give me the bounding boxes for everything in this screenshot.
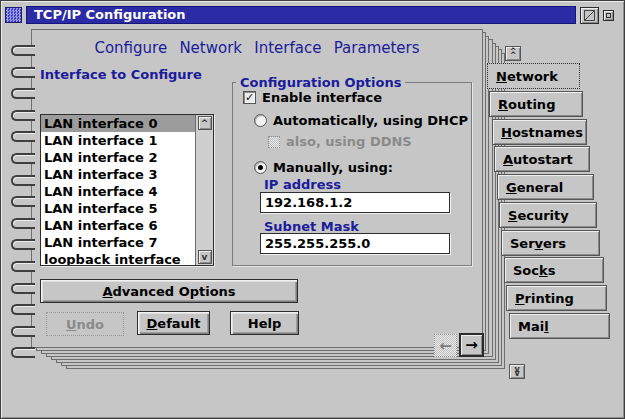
interface-list-label: Interface to Configure xyxy=(40,67,202,82)
notebook-page-network: Configure Network Interface Parameters I… xyxy=(31,29,483,348)
binding-ring xyxy=(11,239,35,250)
group-label: Configuration Options xyxy=(236,75,405,90)
arrow-right-icon: → xyxy=(465,336,478,354)
enable-interface-label: Enable interface xyxy=(262,90,382,105)
advanced-options-button[interactable]: Advanced Options xyxy=(40,279,298,303)
dhcp-radio[interactable] xyxy=(254,114,267,127)
list-item[interactable]: LAN interface 1 xyxy=(41,132,195,149)
minimize-icon xyxy=(606,13,611,18)
interface-list-items: LAN interface 0LAN interface 1LAN interf… xyxy=(41,115,195,265)
radio-dot-icon xyxy=(258,165,263,170)
titlebar: TCP/IP Configuration xyxy=(5,5,620,25)
tab-routing[interactable]: Routing xyxy=(489,91,583,117)
tab-hostnames[interactable]: Hostnames xyxy=(492,119,587,145)
binding-ring xyxy=(11,196,35,207)
tab-network[interactable]: Network xyxy=(487,63,580,89)
binding-ring xyxy=(11,131,35,142)
tab-servers[interactable]: Servers xyxy=(501,230,600,256)
ddns-label: also, using DDNS xyxy=(286,134,412,149)
tab-socks[interactable]: Socks xyxy=(504,257,604,283)
subnet-mask-field[interactable] xyxy=(260,233,450,254)
arrow-left-icon: ← xyxy=(439,337,452,355)
tcpip-configuration-window: TCP/IP Configuration Configure Network I… xyxy=(0,0,625,419)
enable-interface-row: ✓ Enable interface xyxy=(243,90,382,105)
interface-listbox: LAN interface 0LAN interface 1LAN interf… xyxy=(40,114,214,266)
binding-ring xyxy=(11,283,35,294)
list-item[interactable]: LAN interface 7 xyxy=(41,234,195,251)
scroll-down-button[interactable]: v xyxy=(198,250,212,264)
tab-security[interactable]: Security xyxy=(499,202,597,228)
ddns-checkbox[interactable] xyxy=(268,136,280,148)
tab-general[interactable]: General xyxy=(497,174,594,200)
list-item[interactable]: LAN interface 0 xyxy=(41,115,195,132)
ip-address-label: IP address xyxy=(264,177,341,192)
scroll-up-button[interactable]: ^ xyxy=(198,116,212,130)
list-item[interactable]: loopback interface xyxy=(41,251,195,265)
tab-autostart[interactable]: Autostart xyxy=(494,146,590,172)
dhcp-row: Automatically, using DHCP xyxy=(254,113,468,128)
default-button[interactable]: Default xyxy=(137,311,210,335)
binding-ring xyxy=(11,88,35,99)
manual-row: Manually, using: xyxy=(254,160,393,175)
check-icon: ✓ xyxy=(245,92,254,103)
binding-ring xyxy=(11,326,35,337)
binding-ring xyxy=(11,175,35,186)
binding-ring xyxy=(11,347,35,358)
restore-icon xyxy=(584,10,595,21)
list-item[interactable]: LAN interface 4 xyxy=(41,183,195,200)
list-item[interactable]: LAN interface 3 xyxy=(41,166,195,183)
tab-scroll-down-button[interactable]: v v xyxy=(509,364,525,379)
subnet-mask-label: Subnet Mask xyxy=(264,219,359,234)
chevron-up-icon: ^ xyxy=(201,119,209,128)
binding-ring xyxy=(11,45,35,56)
configuration-options-group: Configuration Options ✓ Enable interface… xyxy=(232,82,472,266)
list-item[interactable]: LAN interface 6 xyxy=(41,217,195,234)
chevron-down-icon: v xyxy=(202,253,208,262)
binding-ring xyxy=(11,218,35,229)
next-page-button[interactable]: → xyxy=(459,333,484,357)
tab-printing[interactable]: Printing xyxy=(506,285,607,311)
previous-page-button[interactable]: ← xyxy=(434,334,457,357)
dhcp-label: Automatically, using DHCP xyxy=(273,113,468,128)
list-scrollbar[interactable]: ^ v xyxy=(195,115,213,265)
binding-ring xyxy=(11,261,35,272)
manual-label: Manually, using: xyxy=(273,160,393,175)
undo-button[interactable]: Undo xyxy=(46,312,124,336)
binding-ring xyxy=(11,304,35,315)
tab-scroll-up-button[interactable]: ^ ^ xyxy=(505,46,521,61)
binding-ring xyxy=(11,110,35,121)
enable-interface-checkbox[interactable]: ✓ xyxy=(243,91,256,104)
binding-ring xyxy=(11,67,35,78)
window-title: TCP/IP Configuration xyxy=(26,6,576,24)
list-item[interactable]: LAN interface 2 xyxy=(41,149,195,166)
system-menu-notebook-icon[interactable] xyxy=(5,7,22,23)
list-item[interactable]: LAN interface 5 xyxy=(41,200,195,217)
ip-address-field[interactable] xyxy=(260,192,450,213)
double-chevron-down-icon: v xyxy=(514,372,519,376)
help-button[interactable]: Help xyxy=(230,311,299,335)
restore-button[interactable] xyxy=(580,7,599,24)
tab-mail[interactable]: Mail xyxy=(509,313,610,339)
manual-radio[interactable] xyxy=(254,161,267,174)
page-title: Configure Network Interface Parameters xyxy=(32,39,482,57)
binding-ring xyxy=(11,153,35,164)
ddns-row: also, using DDNS xyxy=(268,134,412,149)
minimize-button[interactable] xyxy=(603,10,614,21)
double-chevron-up-icon: ^ xyxy=(510,54,517,58)
